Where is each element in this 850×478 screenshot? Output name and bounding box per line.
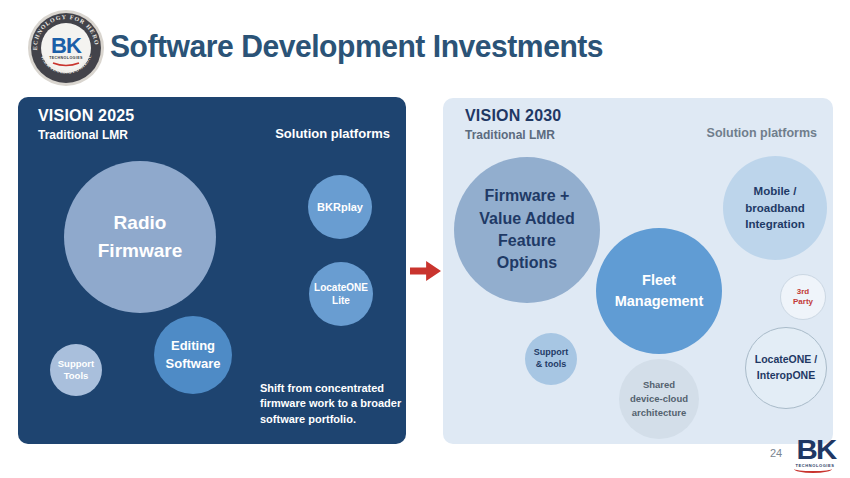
vision-2030-title: VISION 2030 [465,107,561,125]
bubble-bkrplay: BKRplay [308,175,372,239]
vision-2030-subtitle: Traditional LMR [465,128,555,142]
bubble-locateone-lite: LocateONE Lite [309,262,373,326]
bk-seal-logo: TECHNOLOGY FOR HEROES WWW.BKTECHNOLOGIES… [27,9,105,87]
bubble-support-tools-2025: Support Tools [50,344,102,396]
vision-2025-platforms-label: Solution platforms [275,126,390,141]
bubble-radio-firmware: Radio Firmware [64,161,216,313]
page-title: Software Development Investments [110,28,603,65]
shift-caption: Shift from concentrated firmware work to… [260,381,415,427]
vision-2025-title: VISION 2025 [38,107,134,125]
bubble-support-tools-2030: Support & tools [525,333,577,385]
seal-subtext: TECHNOLOGIES [49,56,83,60]
right-arrow-icon [410,261,441,281]
vision-2025-panel: VISION 2025 Traditional LMR Solution pla… [18,97,406,444]
vision-2030-panel: VISION 2030 Traditional LMR Solution pla… [443,98,833,444]
bk-footer-logo: BK TECHNOLOGIES [793,437,837,473]
bubble-mobile-broadband: Mobile / broadband Integration [723,156,827,260]
seal-initials: BK [51,33,82,58]
bubble-shared-architecture: Shared device-cloud architecture [619,359,699,439]
bubble-locateone-interopone: LocateONE / InteropONE [745,327,827,409]
bubble-firmware-value-added: Firmware + Value Added Feature Options [454,157,600,303]
bubble-fleet-management: Fleet Management [596,228,722,354]
vision-2025-subtitle: Traditional LMR [38,128,128,142]
vision-2030-platforms-label: Solution platforms [707,126,817,140]
bubble-third-party: 3rd Party [780,274,826,320]
bubble-editing-software: Editing Software [154,316,232,394]
footer-logo-swoosh [794,469,832,473]
page-number: 24 [770,447,782,459]
footer-logo-text: BK [793,437,839,462]
